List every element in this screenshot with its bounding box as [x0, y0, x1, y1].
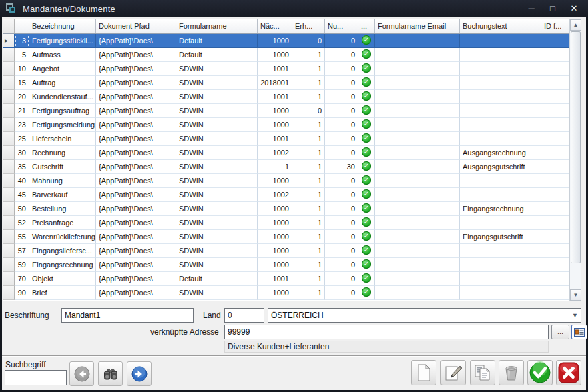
row-indicator: [3, 132, 15, 146]
check-circle-icon: ✓: [362, 217, 371, 227]
table-row[interactable]: 5Aufmass{AppPath}\Docs\Default100010✓: [3, 48, 581, 62]
table-row[interactable]: 52Preisanfrage{AppPath}\Docs\SDWIN100010…: [3, 216, 581, 230]
cell-formular: SDWIN: [176, 202, 258, 216]
cell-nu: 0: [325, 62, 358, 76]
copy-icon: [473, 363, 492, 382]
column-header[interactable]: Erh...: [292, 19, 325, 33]
table-row[interactable]: ▸3Fertigungsstückli...{AppPath}\Docs\Def…: [3, 34, 581, 48]
column-header[interactable]: Formularname: [176, 19, 258, 33]
copy-button[interactable]: [470, 360, 495, 385]
scrollbar-down-icon[interactable]: ▼: [570, 289, 581, 301]
table-row[interactable]: 23Fertigungsmeldung{AppPath}\Docs\SDWIN1…: [3, 118, 581, 132]
cell-pfad: {AppPath}\Docs\: [96, 174, 176, 188]
land-combobox-value: ÖSTERREICH: [271, 311, 324, 320]
vertical-scrollbar[interactable]: ▲ ▼: [569, 19, 581, 301]
cell-idf: [541, 272, 569, 286]
cell-nu: 0: [325, 118, 358, 132]
cell-email: [375, 244, 460, 258]
row-indicator: [3, 244, 15, 258]
cell-formular: Default: [176, 34, 258, 48]
suchbegriff-input[interactable]: [5, 370, 67, 385]
table-row[interactable]: 25Lieferschein{AppPath}\Docs\SDWIN100110…: [3, 132, 581, 146]
cell-email: [375, 146, 460, 160]
next-record-button[interactable]: [127, 361, 152, 386]
cell-email: [375, 76, 460, 90]
trash-icon: [502, 363, 521, 382]
delete-button[interactable]: [499, 360, 524, 385]
row-indicator: [3, 76, 15, 90]
table-row[interactable]: 35Gutschrift{AppPath}\Docs\SDWIN1130✓Aus…: [3, 160, 581, 174]
table-row[interactable]: 70Objekt{AppPath}\Docs\Default100110✓: [3, 272, 581, 286]
table-row[interactable]: 57Eingangsliefersc...{AppPath}\Docs\SDWI…: [3, 244, 581, 258]
cell-nu: 0: [325, 104, 358, 118]
cell-naechste: 1001: [258, 132, 292, 146]
scrollbar-thumb[interactable]: [571, 31, 581, 263]
cell-buchungstext: [460, 132, 541, 146]
cell-formular: SDWIN: [176, 76, 258, 90]
cell-pfad: {AppPath}\Docs\: [96, 34, 176, 48]
table-row[interactable]: 50Bestellung{AppPath}\Docs\SDWIN100010✓E…: [3, 202, 581, 216]
adresse-browse-button[interactable]: ...: [551, 325, 569, 339]
scrollbar-up-icon[interactable]: ▲: [570, 19, 581, 31]
cell-naechste: 2018001: [258, 76, 292, 90]
minimize-icon[interactable]: ─: [525, 3, 537, 15]
cell-bezeichnung: Aufmass: [29, 48, 96, 62]
column-header[interactable]: Bezeichnung: [29, 19, 96, 33]
ok-button[interactable]: [527, 360, 553, 385]
table-row[interactable]: 30Rechnung{AppPath}\Docs\SDWIN100210✓Aus…: [3, 146, 581, 160]
table-row[interactable]: 15Auftrag{AppPath}\Docs\SDWIN201800110✓: [3, 76, 581, 90]
check-circle-icon: ✓: [362, 119, 371, 129]
row-indicator: [3, 90, 15, 104]
cell-formular: SDWIN: [176, 216, 258, 230]
cancel-button[interactable]: [556, 360, 581, 385]
column-header[interactable]: Dokument Pfad: [96, 19, 176, 33]
cell-naechste: 1002: [258, 188, 292, 202]
column-header[interactable]: ID f...: [541, 19, 569, 33]
land-code-input[interactable]: [224, 308, 264, 323]
cross-icon: [557, 361, 580, 384]
cell-idf: [541, 76, 569, 90]
address-book-button[interactable]: [571, 325, 587, 339]
column-header[interactable]: Näc...: [258, 19, 292, 33]
cell-nu: 0: [325, 146, 358, 160]
table-row[interactable]: 55Warenrücklieferung{AppPath}\Docs\SDWIN…: [3, 230, 581, 244]
table-row[interactable]: 40Mahnung{AppPath}\Docs\SDWIN100010✓: [3, 174, 581, 188]
cell-idf: [541, 118, 569, 132]
close-icon[interactable]: ✕: [568, 3, 580, 15]
cell-nu: 0: [325, 202, 358, 216]
cell-pfad: {AppPath}\Docs\: [96, 76, 176, 90]
cell-id: 59: [15, 258, 29, 272]
beschriftung-input[interactable]: [61, 308, 194, 323]
check-circle-icon: ✓: [362, 91, 371, 101]
cell-formular: SDWIN: [176, 258, 258, 272]
land-combobox[interactable]: ÖSTERREICH ▼: [268, 308, 581, 323]
table-row[interactable]: 20Kundendienstauf...{AppPath}\Docs\SDWIN…: [3, 90, 581, 104]
new-button[interactable]: [411, 360, 436, 385]
table-row[interactable]: 59Eingangsrechnung{AppPath}\Docs\SDWIN10…: [3, 258, 581, 272]
column-header[interactable]: Nu...: [325, 19, 358, 33]
cell-buchungstext: [460, 272, 541, 286]
edit-button[interactable]: [440, 360, 466, 385]
table-row[interactable]: 45Barverkauf{AppPath}\Docs\SDWIN100210✓: [3, 188, 581, 202]
column-header[interactable]: Formularname Email: [375, 19, 460, 33]
cell-email: [375, 118, 460, 132]
cell-naechste: 1000: [258, 34, 292, 48]
search-button[interactable]: [98, 361, 123, 386]
maximize-icon[interactable]: □: [547, 3, 559, 15]
column-header[interactable]: Buchungstext: [460, 19, 541, 33]
cell-pfad: {AppPath}\Docs\: [96, 230, 176, 244]
column-header[interactable]: ...: [358, 19, 375, 33]
table-row[interactable]: 21Fertigungsauftrag{AppPath}\Docs\SDWIN1…: [3, 104, 581, 118]
table-row[interactable]: 10Angebot{AppPath}\Docs\SDWIN100110✓: [3, 62, 581, 76]
cell-naechste: 1000: [258, 230, 292, 244]
arrow-left-icon: [73, 365, 91, 383]
cell-formular: SDWIN: [176, 244, 258, 258]
table-row[interactable]: 90Brief{AppPath}\Docs\SDWIN100010✓: [3, 286, 581, 300]
title-bar: Mandanten/Dokumente ─ □ ✕: [0, 0, 588, 17]
adresse-input[interactable]: [224, 325, 549, 339]
grid-body: ▸3Fertigungsstückli...{AppPath}\Docs\Def…: [3, 34, 581, 300]
prev-record-button[interactable]: [69, 361, 94, 386]
cell-aktiv: ✓: [358, 160, 375, 174]
cell-id: 15: [15, 76, 29, 90]
cell-buchungstext: [460, 76, 541, 90]
